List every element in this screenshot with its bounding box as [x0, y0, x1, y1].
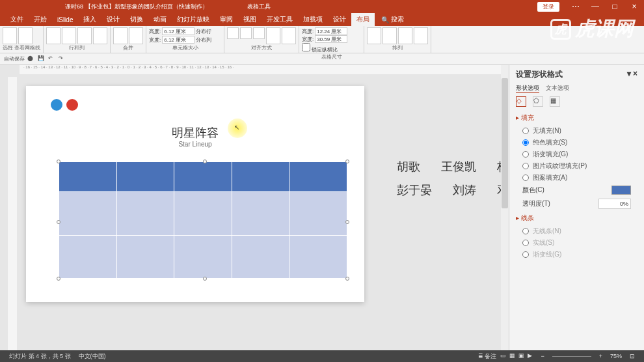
notes-button[interactable]: ≣ 备注 — [478, 352, 497, 361]
align-left-icon[interactable] — [227, 27, 239, 39]
menu-design[interactable]: 设计 — [101, 13, 125, 26]
select-icon[interactable] — [3, 27, 17, 44]
canvas[interactable]: 明星阵容 Star Lineup ↖ 胡歌王俊凯杨 — [20, 77, 509, 350]
table-height-input[interactable]: 12.24 厘米 — [315, 27, 347, 35]
menu-addins[interactable]: 加载项 — [298, 13, 328, 26]
selection-pane-icon[interactable] — [398, 27, 412, 44]
ribbon-group-arrange: 排列 — [364, 26, 431, 53]
section-line[interactable]: ▸ 线条 — [509, 211, 644, 225]
selection-handle[interactable] — [345, 277, 349, 281]
radio-gradient-fill[interactable] — [522, 151, 529, 158]
save-icon[interactable]: 💾 — [38, 55, 46, 63]
maximize-button[interactable]: □ — [605, 2, 624, 11]
slide-subtitle[interactable]: Star Lineup — [26, 141, 364, 148]
menu-animations[interactable]: 动画 — [148, 13, 172, 26]
lock-ratio-checkbox[interactable] — [302, 43, 310, 51]
cell-width-input[interactable]: 6.12 厘米 — [162, 36, 195, 44]
scrollbar-thumb[interactable] — [502, 78, 508, 208]
menu-table-design[interactable]: 设计 — [328, 13, 351, 26]
login-button[interactable]: 登录 — [537, 2, 559, 12]
pane-dropdown-icon[interactable]: ▾ — [627, 69, 631, 78]
close-button[interactable]: × — [624, 2, 644, 11]
slide[interactable]: 明星阵容 Star Lineup ↖ — [26, 86, 364, 302]
slideshow-view-icon[interactable]: ▶ — [528, 352, 537, 360]
slide-counter[interactable]: 幻灯片 第 4 张，共 5 张 — [9, 352, 71, 361]
merge-cells-icon[interactable] — [113, 27, 127, 44]
cell-height-input[interactable]: 6.12 厘米 — [162, 27, 195, 35]
insert-above-icon[interactable] — [46, 27, 60, 44]
menu-view[interactable]: 视图 — [238, 13, 262, 26]
vertical-ruler — [8, 77, 17, 350]
menu-slideshow[interactable]: 幻灯片放映 — [172, 13, 215, 26]
menu-home[interactable]: 开始 — [29, 13, 52, 26]
search-label: 搜索 — [391, 15, 404, 24]
insert-below-icon[interactable] — [62, 27, 76, 44]
ribbon-group-select: 选择查看网格线 — [0, 26, 44, 53]
zoom-slider[interactable] — [552, 356, 591, 357]
table-width-input[interactable]: 30.59 厘米 — [315, 35, 347, 43]
selection-handle[interactable] — [345, 160, 349, 163]
selection-handle[interactable] — [57, 277, 60, 281]
selection-handle[interactable] — [57, 160, 60, 163]
effects-icon[interactable]: ⬠ — [533, 96, 543, 107]
split-cells-icon[interactable] — [129, 27, 143, 44]
bring-forward-icon[interactable] — [367, 27, 381, 44]
autosave-toggle[interactable]: ⬤ — [27, 55, 35, 63]
send-backward-icon[interactable] — [382, 27, 397, 44]
text-direction-icon[interactable] — [266, 27, 280, 44]
tab-text-options[interactable]: 文本选项 — [546, 85, 569, 91]
size-props-icon[interactable]: ▦ — [550, 96, 560, 107]
search-box[interactable]: 🔍 搜索 — [381, 15, 404, 24]
normal-view-icon[interactable]: ▭ — [500, 352, 509, 360]
ribbon: 选择查看网格线 行和列 合并 高度:6.12 厘米分布行 宽度:6.12 厘米分… — [0, 26, 644, 53]
radio-no-fill[interactable] — [522, 128, 529, 134]
decoration-dot-red — [66, 99, 78, 111]
reading-view-icon[interactable]: ▣ — [518, 352, 528, 360]
fill-line-icon[interactable]: ◇ — [516, 96, 526, 107]
insert-left-icon[interactable] — [77, 27, 92, 44]
selection-handle[interactable] — [345, 220, 349, 224]
radio-no-line[interactable] — [522, 228, 529, 234]
selection-handle[interactable] — [203, 277, 207, 281]
selection-handle[interactable] — [57, 220, 60, 224]
radio-solid-line[interactable] — [522, 240, 529, 246]
radio-picture-fill[interactable] — [522, 163, 529, 169]
slide-table[interactable] — [59, 161, 347, 279]
slide-title[interactable]: 明星阵容 — [26, 125, 364, 141]
cell-margins-icon[interactable] — [282, 27, 296, 44]
ribbon-group-alignment: 对齐方式 — [224, 26, 299, 53]
options-button[interactable]: ⋯ — [566, 2, 585, 11]
radio-gradient-line[interactable] — [522, 251, 529, 258]
minimize-button[interactable]: — — [585, 2, 605, 11]
zoom-in-icon[interactable]: + — [599, 353, 602, 359]
align-right-icon[interactable] — [253, 27, 265, 39]
align-icon[interactable] — [414, 27, 428, 44]
menu-islide[interactable]: iSlide — [52, 13, 78, 26]
undo-icon[interactable]: ↶ — [48, 55, 56, 63]
section-fill[interactable]: ▸ 填充 — [509, 111, 644, 125]
menu-insert[interactable]: 插入 — [78, 13, 101, 26]
zoom-out-icon[interactable]: − — [541, 353, 544, 359]
menu-review[interactable]: 审阅 — [215, 13, 238, 26]
radio-pattern-fill[interactable] — [522, 174, 529, 181]
decoration-dot-blue — [51, 99, 62, 111]
fit-to-window-icon[interactable]: ⊡ — [630, 353, 635, 359]
radio-solid-fill[interactable] — [522, 139, 529, 146]
menu-devtools[interactable]: 开发工具 — [262, 13, 298, 26]
align-center-icon[interactable] — [240, 27, 252, 39]
redo-icon[interactable]: ↷ — [59, 55, 66, 63]
language-indicator[interactable]: 中文(中国) — [79, 352, 106, 361]
vertical-scrollbar[interactable] — [501, 65, 509, 350]
fill-color-picker[interactable] — [611, 186, 631, 195]
insert-right-icon[interactable] — [93, 27, 107, 44]
sorter-view-icon[interactable]: ▦ — [509, 352, 518, 360]
transparency-input[interactable]: 0% — [598, 199, 631, 209]
menu-transitions[interactable]: 切换 — [125, 13, 148, 26]
tab-shape-options[interactable]: 形状选项 — [516, 85, 539, 93]
gridlines-icon[interactable] — [18, 27, 33, 44]
menu-file[interactable]: 文件 — [5, 13, 29, 26]
pane-close-icon[interactable]: × — [633, 69, 637, 78]
menu-table-layout[interactable]: 布局 — [351, 13, 375, 26]
zoom-level[interactable]: 75% — [610, 353, 622, 359]
selection-handle[interactable] — [203, 160, 207, 163]
